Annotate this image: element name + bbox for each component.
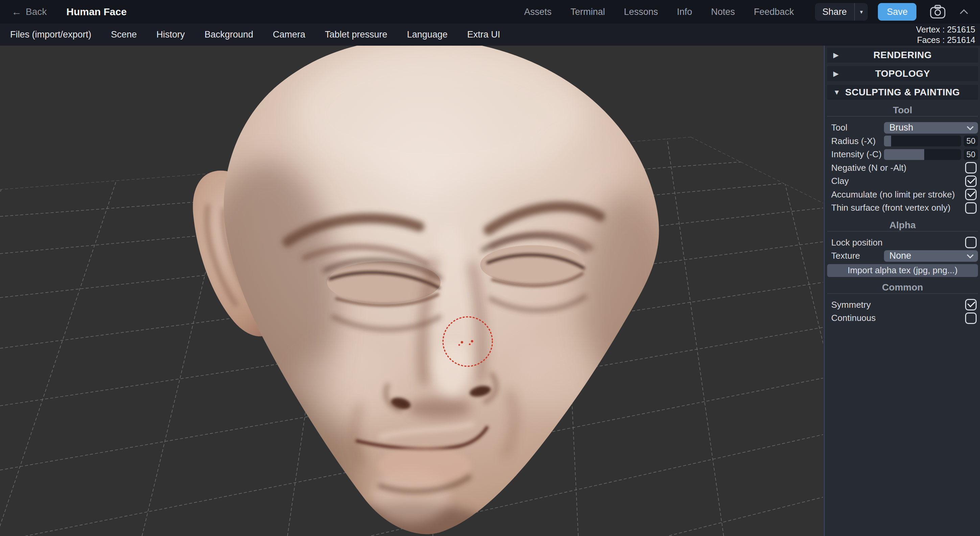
symmetry-checkbox[interactable] (965, 299, 977, 310)
section-rendering[interactable]: ▶ RENDERING (827, 48, 978, 62)
menu-bar: Files (import/export) Scene History Back… (0, 24, 980, 46)
menu-camera[interactable]: Camera (273, 29, 305, 40)
section-title: SCULPTING & PAINTING (827, 87, 978, 98)
link-lessons[interactable]: Lessons (624, 7, 658, 17)
page-title: Human Face (66, 6, 126, 17)
menu-background[interactable]: Background (205, 29, 253, 40)
link-assets[interactable]: Assets (524, 7, 552, 17)
collapse-topbar-button[interactable] (960, 9, 969, 15)
intensity-value[interactable]: 50 (964, 149, 978, 160)
section-title: RENDERING (827, 50, 978, 60)
link-feedback[interactable]: Feedback (754, 7, 794, 17)
back-button[interactable]: ← Back (11, 6, 47, 17)
thin-surface-row: Thin surface (front vertex only) (827, 201, 978, 215)
share-dropdown-caret-icon[interactable]: ▾ (855, 8, 868, 16)
accumulate-label: Accumulate (no limit per stroke) (831, 189, 965, 200)
intensity-label: Intensity (-C) (831, 149, 884, 160)
continuous-checkbox[interactable] (965, 312, 977, 324)
3d-viewport[interactable] (0, 46, 823, 536)
section-sculpting-painting[interactable]: ▼ SCULPTING & PAINTING (827, 85, 978, 100)
chevron-down-icon (967, 123, 974, 130)
radius-row: Radius (-X) 50 (827, 135, 978, 148)
intensity-slider[interactable] (884, 149, 961, 160)
lock-position-label: Lock position (831, 237, 965, 248)
thin-surface-checkbox[interactable] (965, 202, 977, 214)
3d-canvas[interactable] (0, 46, 823, 536)
symmetry-row: Symmetry (827, 298, 978, 312)
menu-files[interactable]: Files (import/export) (10, 29, 91, 40)
screenshot-button[interactable] (929, 4, 946, 20)
mesh-stats: Vertex : 251615 Faces : 251614 (916, 24, 980, 45)
tool-row: Tool Brush (827, 121, 978, 135)
link-terminal[interactable]: Terminal (571, 7, 605, 17)
texture-select[interactable]: None (884, 250, 978, 262)
symmetry-label: Symmetry (831, 300, 965, 310)
group-heading-common: Common (827, 280, 978, 294)
tool-select-value: Brush (889, 122, 913, 133)
negative-row: Negative (N or -Alt) (827, 161, 978, 175)
collapsed-arrow-icon: ▶ (833, 70, 838, 78)
section-topology[interactable]: ▶ TOPOLOGY (827, 66, 978, 81)
main-area: ▶ RENDERING ▶ TOPOLOGY ▼ SCULPTING & PAI… (0, 46, 980, 536)
negative-checkbox[interactable] (965, 162, 977, 173)
radius-value[interactable]: 50 (964, 135, 978, 146)
tool-panel: ▶ RENDERING ▶ TOPOLOGY ▼ SCULPTING & PAI… (823, 46, 980, 536)
collapsed-arrow-icon: ▶ (833, 51, 838, 59)
clay-checkbox[interactable] (965, 175, 977, 187)
clay-row: Clay (827, 175, 978, 188)
tool-label: Tool (831, 122, 884, 133)
share-label: Share (815, 7, 854, 17)
continuous-row: Continuous (827, 312, 978, 325)
menu-history[interactable]: History (157, 29, 185, 40)
texture-row: Texture None (827, 249, 978, 263)
accumulate-row: Accumulate (no limit per stroke) (827, 188, 978, 202)
section-title: TOPOLOGY (827, 68, 978, 79)
tool-select[interactable]: Brush (884, 122, 978, 134)
group-heading-alpha: Alpha (827, 218, 978, 232)
chevron-down-icon (967, 251, 974, 258)
back-arrow-icon: ← (11, 7, 22, 17)
accumulate-checkbox[interactable] (965, 189, 977, 200)
texture-select-value: None (889, 251, 912, 261)
texture-label: Texture (831, 251, 884, 261)
thin-surface-label: Thin surface (front vertex only) (831, 202, 965, 213)
vertex-count: Vertex : 251615 (916, 24, 975, 35)
save-label: Save (887, 7, 908, 17)
lock-position-checkbox[interactable] (965, 237, 977, 248)
link-notes[interactable]: Notes (711, 7, 735, 17)
share-button[interactable]: Share ▾ (815, 3, 868, 21)
menu-tablet-pressure[interactable]: Tablet pressure (325, 29, 388, 40)
radius-label: Radius (-X) (831, 136, 884, 146)
intensity-slider-fill (884, 149, 924, 160)
top-bar: ← Back Human Face Assets Terminal Lesson… (0, 0, 980, 24)
menu-language[interactable]: Language (407, 29, 447, 40)
negative-label: Negative (N or -Alt) (831, 163, 965, 173)
save-button[interactable]: Save (878, 3, 916, 21)
faces-count: Faces : 251614 (916, 35, 975, 45)
continuous-label: Continuous (831, 313, 965, 323)
radius-slider[interactable] (884, 135, 961, 146)
lock-position-row: Lock position (827, 236, 978, 250)
expanded-arrow-icon: ▼ (833, 88, 840, 96)
menu-extra-ui[interactable]: Extra UI (467, 29, 501, 40)
group-heading-tool: Tool (827, 103, 978, 117)
back-label: Back (26, 6, 47, 17)
menu-scene[interactable]: Scene (111, 29, 137, 40)
intensity-row: Intensity (-C) 50 (827, 148, 978, 161)
import-alpha-button[interactable]: Import alpha tex (jpg, png...) (827, 264, 978, 277)
link-info[interactable]: Info (677, 7, 692, 17)
radius-slider-fill (884, 135, 891, 146)
clay-label: Clay (831, 176, 965, 186)
topbar-links: Assets Terminal Lessons Info Notes Feedb… (524, 7, 794, 17)
camera-icon (929, 4, 946, 20)
